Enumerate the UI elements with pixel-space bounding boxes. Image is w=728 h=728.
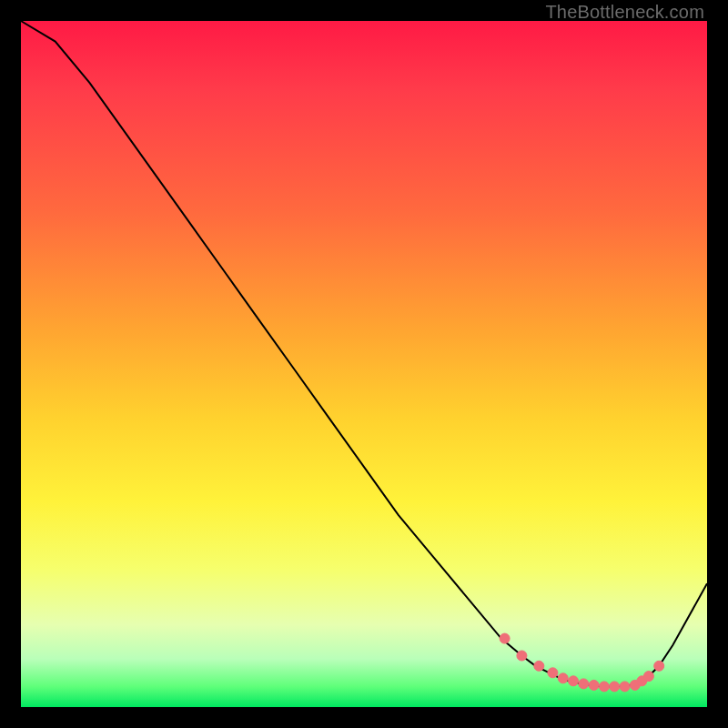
- curve-svg: [21, 21, 707, 707]
- marker-point: [643, 672, 653, 682]
- marker-point: [517, 651, 527, 661]
- marker-group: [500, 633, 664, 692]
- marker-point: [534, 661, 544, 671]
- marker-point: [589, 680, 599, 690]
- marker-point: [569, 676, 579, 686]
- marker-point: [548, 668, 558, 678]
- marker-point: [599, 682, 609, 692]
- marker-point: [620, 682, 630, 692]
- chart-frame: TheBottleneck.com: [0, 0, 728, 728]
- marker-point: [610, 682, 620, 692]
- marker-point: [654, 661, 664, 671]
- marker-point: [558, 673, 568, 683]
- attribution-text: TheBottleneck.com: [545, 2, 704, 23]
- marker-point: [500, 633, 510, 643]
- bottleneck-curve: [21, 21, 707, 686]
- plot-area: [21, 21, 707, 707]
- marker-point: [579, 679, 589, 689]
